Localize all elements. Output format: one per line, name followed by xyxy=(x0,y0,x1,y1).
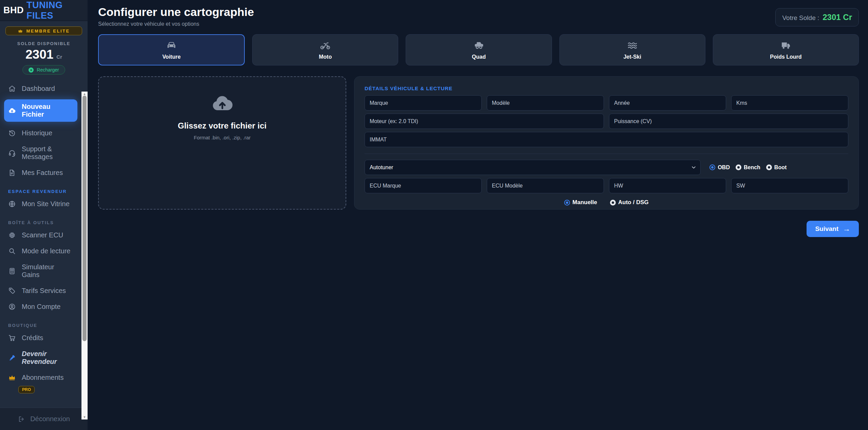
sw-field[interactable] xyxy=(731,178,848,193)
vehicle-card-label: Quad xyxy=(472,54,486,60)
sidebar-item-simulateur-gains[interactable]: Simulateur Gains xyxy=(4,260,77,282)
vehicle-card-voiture[interactable]: Voiture xyxy=(98,34,245,65)
sidebar-item-mes-factures[interactable]: Mes Factures xyxy=(4,165,77,180)
recharge-button[interactable]: + Recharger xyxy=(22,65,65,75)
vehicle-card-label: Jet-Ski xyxy=(623,54,641,60)
modele-field[interactable] xyxy=(487,95,604,111)
radio-obd[interactable]: OBD xyxy=(709,164,730,171)
kms-field[interactable] xyxy=(731,95,848,111)
sidebar-item-credits[interactable]: Crédits xyxy=(4,331,77,345)
radio-selected-icon xyxy=(564,200,570,206)
nav-section-boutique: BOUTIQUE xyxy=(8,323,73,328)
puissance-field[interactable] xyxy=(609,114,848,129)
membership-badge-label: MEMBRE ELITE xyxy=(26,28,70,34)
sidebar-item-label: Devenir Revendeur xyxy=(22,350,73,366)
brand-logo-right: TUNING FILES xyxy=(26,0,84,21)
car-icon xyxy=(166,40,177,51)
marque-field[interactable] xyxy=(365,95,482,111)
file-dropzone[interactable]: Glissez votre fichier ici Format .bin, .… xyxy=(98,76,346,210)
vehicle-card-label: Poids Lourd xyxy=(770,54,801,60)
moteur-field[interactable] xyxy=(365,114,604,129)
balance-value: 2301 xyxy=(25,47,53,62)
sidebar-item-scanner-ecu[interactable]: Scanner ECU xyxy=(4,228,77,242)
page-subtitle: Sélectionnez votre véhicule et vos optio… xyxy=(98,21,254,27)
sidebar-item-tarifs-services[interactable]: Tarifs Services xyxy=(4,284,77,298)
scrollbar-thumb[interactable] xyxy=(82,96,87,341)
radio-label: Manuelle xyxy=(572,199,597,206)
radio-unselected-icon xyxy=(610,200,616,206)
sidebar-item-mon-compte[interactable]: Mon Compte xyxy=(4,299,77,314)
sidebar-item-label: Crédits xyxy=(22,334,43,342)
sidebar-item-label: Mode de lecture xyxy=(22,247,70,255)
hw-field[interactable] xyxy=(609,178,726,193)
cloud-upload-icon xyxy=(210,92,234,116)
vehicle-card-quad[interactable]: Quad xyxy=(406,34,552,65)
sidebar-nav: Dashboard Nouveau Fichier Historique Sup… xyxy=(0,77,88,408)
sidebar-scrollbar[interactable]: ▲ ▼ xyxy=(81,92,88,419)
vehicle-details-panel: DÉTAILS VÉHICULE & LECTURE Autotuner xyxy=(354,76,859,210)
headset-icon xyxy=(8,149,16,157)
sidebar-item-mode-de-lecture[interactable]: Mode de lecture xyxy=(4,244,77,258)
radio-label: Bench xyxy=(744,164,760,171)
membership-badge: MEMBRE ELITE xyxy=(5,26,82,35)
sidebar-item-label: Mon Compte xyxy=(22,303,61,311)
header-balance-badge: Votre Solde : 2301 Cr xyxy=(775,8,859,26)
crown-icon xyxy=(18,28,23,34)
history-icon xyxy=(8,129,16,137)
sidebar-item-label: Historique xyxy=(22,129,52,137)
read-mode-radio-group: OBD Bench Boot xyxy=(709,164,787,171)
radio-manuelle[interactable]: Manuelle xyxy=(564,199,597,206)
vehicle-card-label: Moto xyxy=(319,54,332,60)
radio-label: OBD xyxy=(718,164,730,171)
ecu-marque-field[interactable] xyxy=(365,178,482,193)
cart-icon xyxy=(8,334,16,342)
sidebar-item-label: Nouveau Fichier xyxy=(22,103,73,118)
radio-label: Boot xyxy=(774,164,787,171)
app-root: BHD TUNING FILES MEMBRE ELITE SOLDE DISP… xyxy=(0,0,868,430)
brand-logo: BHD TUNING FILES xyxy=(0,0,88,21)
pro-badge: PRO xyxy=(18,386,35,393)
sidebar-item-label: Support & Messages xyxy=(22,145,73,161)
waves-icon xyxy=(627,40,638,51)
radio-boot[interactable]: Boot xyxy=(766,164,787,171)
globe-icon xyxy=(8,200,16,208)
radio-auto-dsg[interactable]: Auto / DSG xyxy=(610,199,649,206)
logout-button[interactable]: Déconnexion xyxy=(0,408,88,430)
header-balance-prefix: Votre Solde : xyxy=(782,14,819,22)
annee-field[interactable] xyxy=(609,95,726,111)
radio-unselected-icon xyxy=(736,164,741,170)
sidebar: BHD TUNING FILES MEMBRE ELITE SOLDE DISP… xyxy=(0,0,88,430)
sidebar-item-label: Mes Factures xyxy=(22,169,63,177)
next-button-label: Suivant xyxy=(815,225,838,233)
arrow-right-icon: → xyxy=(843,224,850,233)
immat-field[interactable] xyxy=(365,132,848,147)
home-icon xyxy=(8,85,16,93)
next-button[interactable]: Suivant → xyxy=(807,221,859,237)
vehicle-card-poids-lourd[interactable]: Poids Lourd xyxy=(713,34,859,65)
nav-section-espace-revendeur: ESPACE REVENDEUR xyxy=(8,189,73,194)
ecu-modele-field[interactable] xyxy=(487,178,604,193)
radio-unselected-icon xyxy=(766,164,772,170)
truck-icon xyxy=(780,40,791,51)
user-circle-icon xyxy=(8,303,16,311)
radio-label: Auto / DSG xyxy=(618,199,649,206)
sidebar-item-label: Scanner ECU xyxy=(22,231,63,239)
header-balance-value: 2301 Cr xyxy=(823,13,852,22)
tool-select[interactable]: Autotuner xyxy=(365,160,701,175)
vehicle-card-moto[interactable]: Moto xyxy=(252,34,398,65)
sidebar-item-nouveau-fichier[interactable]: Nouveau Fichier xyxy=(4,99,77,122)
sidebar-item-support-messages[interactable]: Support & Messages xyxy=(4,142,77,164)
sidebar-item-dashboard[interactable]: Dashboard xyxy=(4,81,77,96)
sidebar-item-mon-site-vitrine[interactable]: Mon Site Vitrine xyxy=(4,197,77,211)
tag-icon xyxy=(8,287,16,295)
recharge-button-label: Recharger xyxy=(37,67,59,73)
sidebar-item-label: Tarifs Services xyxy=(22,287,66,295)
radio-bench[interactable]: Bench xyxy=(736,164,760,171)
balance-unit: Cr xyxy=(56,54,62,60)
scrollbar-down-arrow-icon[interactable]: ▼ xyxy=(81,415,88,419)
dropzone-hint: Format .bin, .ori, .zip, .rar xyxy=(194,135,251,140)
sidebar-item-abonnements[interactable]: Abonnements xyxy=(4,370,77,385)
vehicle-card-jet-ski[interactable]: Jet-Ski xyxy=(559,34,705,65)
sidebar-item-devenir-revendeur[interactable]: Devenir Revendeur xyxy=(4,347,77,369)
sidebar-item-historique[interactable]: Historique xyxy=(4,126,77,140)
